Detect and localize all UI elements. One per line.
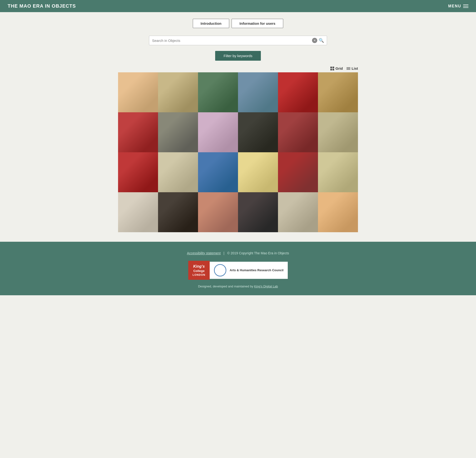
introduction-button[interactable]: Introduction [193,19,229,28]
ahrc-name: Arts & Humanities Research Council [230,268,283,272]
grid-item[interactable] [278,72,318,112]
footer-copyright: © 2019 Copyright The Mao Era in Objects [227,251,289,255]
grid-item[interactable] [278,112,318,152]
search-container: ✕ 🔍 [145,36,331,45]
credit-prefix: Designed, developed and maintained by [198,284,254,288]
grid-item[interactable] [318,112,358,152]
list-view-button[interactable]: List [347,66,358,70]
view-toggle: Grid List [114,65,362,72]
search-box: ✕ 🔍 [149,36,327,45]
list-icon [347,67,350,70]
information-button[interactable]: Information for users [232,19,283,28]
ahrc-circle-icon [214,264,226,276]
kcl-name-bottom: LONDON [193,273,205,276]
filter-button[interactable]: Filter by keywords [215,51,261,61]
grid-item[interactable] [118,192,158,232]
grid-item[interactable] [158,192,198,232]
grid-item[interactable] [118,72,158,112]
grid-icon [330,67,334,70]
hamburger-icon [463,5,468,8]
footer-divider: | [223,251,224,255]
kdl-link[interactable]: King's Digital Lab [254,284,278,288]
grid-label: Grid [335,66,343,70]
grid-view-button[interactable]: Grid [330,66,343,70]
grid-item[interactable] [158,112,198,152]
grid-item[interactable] [318,72,358,112]
ahrc-logo: Arts & Humanities Research Council [210,262,288,279]
kcl-name-mid: College [193,269,205,273]
grid-item[interactable] [158,72,198,112]
footer-links: Accessibility statement | © 2019 Copyrig… [5,251,471,255]
menu-button[interactable]: MENU [448,4,468,8]
grid-item[interactable] [118,112,158,152]
grid-item[interactable] [198,72,238,112]
search-submit-button[interactable]: 🔍 [319,38,324,43]
grid-item[interactable] [198,152,238,192]
grid-item[interactable] [238,192,278,232]
grid-item[interactable] [158,152,198,192]
grid-item[interactable] [238,112,278,152]
grid-item[interactable] [118,152,158,192]
kcl-logo: King's College LONDON [188,261,210,280]
menu-label: MENU [448,4,461,8]
grid-item[interactable] [278,152,318,192]
footer-logos: King's College LONDON Arts & Humanities … [5,261,471,280]
search-icon: 🔍 [319,38,324,43]
clear-search-button[interactable]: ✕ [312,38,317,43]
grid-item[interactable] [198,112,238,152]
grid-item[interactable] [198,192,238,232]
site-header: THE MAO ERA IN OBJECTS MENU [0,0,476,12]
site-footer: Accessibility statement | © 2019 Copyrig… [0,242,476,295]
grid-item[interactable] [238,152,278,192]
site-title: THE MAO ERA IN OBJECTS [8,3,76,9]
grid-item[interactable] [278,192,318,232]
accessibility-link[interactable]: Accessibility statement [187,251,221,255]
grid-item[interactable] [238,72,278,112]
main-nav: Introduction Information for users [0,12,476,32]
objects-grid [114,72,362,232]
search-input[interactable] [152,39,312,42]
grid-item[interactable] [318,152,358,192]
grid-item[interactable] [318,192,358,232]
list-label: List [351,66,358,70]
filter-row: Filter by keywords [0,49,476,65]
footer-credit: Designed, developed and maintained by Ki… [5,284,471,288]
kcl-name-top: King's [193,264,205,269]
